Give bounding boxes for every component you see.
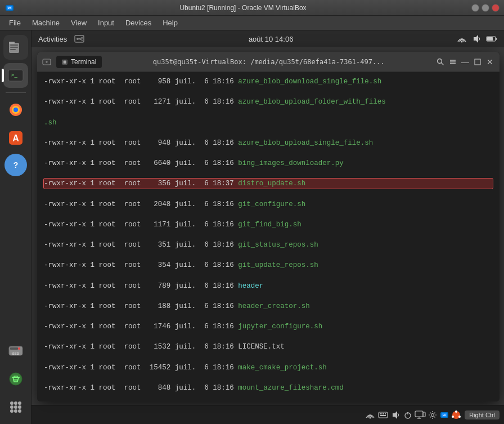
taskbar-bottom: SSD [3, 338, 28, 424]
svg-point-72 [452, 416, 454, 418]
menu-input[interactable]: Input [92, 17, 120, 28]
menu-machine[interactable]: Machine [26, 17, 65, 28]
virtualbox-icon: VB [4, 3, 15, 13]
svg-rect-6 [10, 47, 18, 48]
new-tab-icon[interactable] [42, 57, 52, 67]
svg-rect-50 [475, 59, 480, 65]
svg-point-20 [18, 347, 20, 350]
ubuntu-top-bar-left: Activities [38, 33, 85, 44]
files-icon [7, 39, 24, 56]
taskbar-icon-files[interactable] [3, 35, 28, 60]
firefox-icon [7, 101, 24, 118]
terminal-maximize-button[interactable] [472, 57, 483, 67]
system-clock: août 10 14:06 [249, 35, 294, 43]
terminal-window-controls: — ✕ [435, 57, 495, 67]
svg-marker-58 [393, 411, 397, 419]
taskbar-icon-software[interactable]: A [3, 126, 28, 150]
svg-point-12 [14, 108, 18, 112]
svg-marker-38 [474, 35, 478, 43]
svg-text:SSD: SSD [12, 352, 19, 355]
network-tray-icon [365, 410, 375, 420]
taskbar-icon-help[interactable]: ? [4, 154, 27, 176]
taskbar-divider [6, 92, 26, 93]
svg-text:?: ? [13, 160, 18, 169]
main-content: Activities août 10 14:06 [32, 30, 504, 424]
terminal-title-path: qu35t@qu35t-VirtualBox: /media/qu35t/68e… [106, 58, 431, 66]
svg-point-27 [14, 405, 17, 409]
bottom-bar: VB Right Ctrl [32, 405, 504, 424]
taskbar-icon-firefox[interactable] [3, 97, 28, 122]
svg-point-24 [14, 401, 17, 405]
svg-point-28 [18, 405, 21, 409]
ubuntu-top-bar: Activities août 10 14:06 [32, 30, 504, 47]
svg-rect-54 [381, 413, 382, 414]
svg-point-33 [76, 38, 79, 40]
taskbar: >_ A ? [0, 30, 32, 424]
terminal-menu-button[interactable] [448, 57, 458, 67]
terminal-minimize-button[interactable]: — [460, 57, 470, 67]
search-icon [436, 58, 444, 66]
terminal-close-button[interactable]: ✕ [485, 57, 495, 67]
virtualbox-tray-icon: VB [439, 410, 449, 420]
window-title: Ubuntu2 [Running] - Oracle VM VirtualBox [15, 4, 471, 12]
display-tray-icon [415, 410, 426, 420]
taskbar-icon-trash[interactable] [3, 367, 28, 391]
power-tray-icon [403, 410, 413, 420]
terminal-window: ▣ Terminal qu35t@qu35t-VirtualBox: /medi… [37, 52, 500, 401]
svg-rect-4 [9, 42, 15, 44]
taskbar-icon-terminal[interactable]: >_ [3, 63, 28, 88]
svg-point-65 [431, 413, 434, 416]
svg-rect-41 [496, 38, 497, 40]
terminal-titlebar: ▣ Terminal qu35t@qu35t-VirtualBox: /medi… [37, 52, 500, 72]
terminal-tab-label: Terminal [71, 58, 96, 66]
svg-rect-7 [10, 49, 16, 50]
svg-text:>_: >_ [11, 72, 17, 78]
settings-tray-icon [428, 410, 438, 420]
menu-help[interactable]: Help [157, 17, 183, 28]
maximize-button[interactable] [482, 4, 489, 12]
close-button[interactable] [492, 4, 500, 12]
svg-rect-40 [487, 37, 493, 41]
menu-bar: File Machine View Input Devices Help [0, 16, 504, 30]
svg-rect-57 [380, 415, 386, 416]
audio-tray-icon [391, 410, 401, 420]
svg-rect-5 [10, 44, 18, 46]
system-tray: VB [365, 410, 461, 420]
svg-rect-18 [10, 347, 18, 350]
terminal-content[interactable]: -rwxr-xr-x 1 root root 958 juil. 6 18:16… [37, 72, 500, 401]
right-ctrl-label[interactable]: Right Ctrl [465, 410, 500, 419]
taskbar-icon-ssd[interactable]: SSD [3, 338, 28, 363]
ubuntu-tray-icon [451, 410, 461, 420]
svg-point-31 [18, 409, 21, 413]
title-bar-left: VB [4, 3, 15, 13]
terminal-search-button[interactable] [435, 57, 446, 67]
activities-button[interactable]: Activities [38, 35, 67, 43]
battery-icon [486, 34, 497, 44]
network-status-icon [457, 34, 467, 44]
svg-line-46 [442, 63, 444, 65]
svg-point-30 [14, 409, 17, 413]
ubuntu-top-bar-right [457, 34, 497, 44]
svg-rect-61 [415, 411, 423, 417]
menu-view[interactable]: View [65, 17, 92, 28]
minimize-button[interactable] [471, 4, 479, 12]
svg-point-71 [458, 416, 461, 418]
hamburger-icon [449, 58, 457, 66]
apps-grid-icon [8, 399, 24, 415]
svg-point-25 [18, 401, 21, 405]
title-bar-controls[interactable] [471, 4, 500, 12]
svg-point-51 [370, 417, 371, 418]
desktop: >_ A ? [0, 30, 504, 424]
svg-rect-53 [380, 413, 381, 414]
taskbar-icon-apps[interactable] [3, 395, 28, 419]
svg-text:VB: VB [443, 414, 446, 417]
terminal-tab[interactable]: ▣ Terminal [56, 56, 102, 68]
svg-point-29 [10, 409, 14, 413]
svg-rect-55 [383, 413, 384, 414]
terminal-icon: >_ [7, 67, 24, 84]
trash-icon [7, 371, 24, 387]
keyboard-tray-icon [378, 410, 388, 420]
menu-devices[interactable]: Devices [120, 17, 157, 28]
terminal-tab-icon: ▣ [62, 58, 68, 65]
menu-file[interactable]: File [3, 17, 26, 28]
